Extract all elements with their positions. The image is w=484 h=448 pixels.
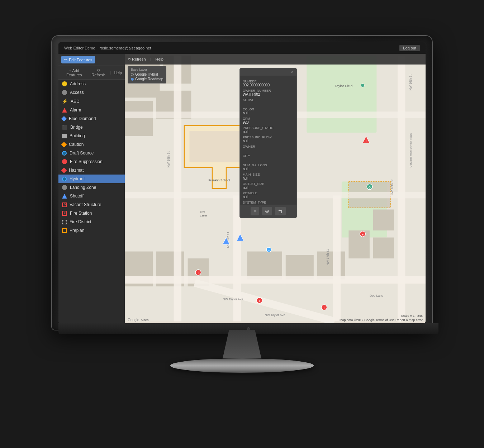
sidebar-item-label-address: Address xyxy=(70,81,86,86)
svg-text:+: + xyxy=(323,306,325,310)
popup-body: NUMBER 902.0000000000 OWNER_NUMBER WATH-… xyxy=(240,76,296,205)
logout-button[interactable]: Log out xyxy=(399,45,420,51)
svg-rect-21 xyxy=(125,276,426,283)
field-name-active: ACTIVE xyxy=(243,98,294,102)
sidebar-item-blue-diamond[interactable]: Blue Diamond xyxy=(58,114,125,123)
sidebar-item-landing-zone[interactable]: Landing Zone xyxy=(58,183,125,192)
svg-text:NW Taylor Ave: NW Taylor Ave xyxy=(265,313,285,317)
sidebar-item-label-fire-suppression: Fire Suppression xyxy=(70,159,103,164)
sidebar-item-aed[interactable]: ⚡ AED xyxy=(58,97,125,106)
layer-option-hybrid[interactable]: Google Hybrid xyxy=(131,72,163,76)
map-toolbar-btn-help[interactable]: Help xyxy=(155,57,163,61)
sidebar-item-hazmat[interactable]: Hazmat xyxy=(58,166,125,175)
popup-footer: ≡ ⊕ 🗑 xyxy=(240,205,296,218)
sidebar-item-hydrant[interactable]: Hydrant xyxy=(58,175,125,183)
sidebar-item-fire-district[interactable]: Fire District xyxy=(58,218,125,226)
field-name-gpm: GPM xyxy=(243,117,294,120)
popup-move-button[interactable]: ⊕ xyxy=(262,207,272,215)
popup-edit-button[interactable]: ≡ xyxy=(251,207,259,215)
sidebar-item-access[interactable]: Access xyxy=(58,88,125,97)
field-value-gpm: 920 xyxy=(243,120,294,124)
sidebar-item-label-alarm: Alarm xyxy=(70,108,81,113)
sidebar-item-label-landing-zone: Landing Zone xyxy=(70,185,96,190)
hydrant-icon xyxy=(62,177,67,181)
preplan-icon xyxy=(62,228,67,233)
layer-option-roadmap[interactable]: Google Roadmap xyxy=(131,77,163,81)
sidebar-item-label-hazmat: Hazmat xyxy=(69,168,84,173)
field-name-system-type: SYSTEM_TYPE xyxy=(243,201,294,204)
radio-hybrid xyxy=(131,73,134,76)
popup-delete-button[interactable]: 🗑 xyxy=(275,207,286,215)
user-email: rosie.semerad@alseageo.net xyxy=(100,46,151,50)
svg-text:NW 17th St: NW 17th St xyxy=(326,249,329,265)
top-bar-left: Web Editor Demo rosie.semerad@alseageo.n… xyxy=(64,46,399,50)
svg-text:Franklin School: Franklin School xyxy=(208,178,230,182)
svg-rect-19 xyxy=(333,196,340,321)
sidebar-item-address[interactable]: Address xyxy=(58,80,125,88)
sidebar-item-label-fire-district: Fire District xyxy=(70,219,91,224)
layer-label-hybrid: Google Hybrid xyxy=(135,72,158,76)
field-value-active xyxy=(243,102,294,106)
field-value-main-size: null xyxy=(243,176,294,180)
edit-features-button[interactable]: ✏ Edit Features xyxy=(61,56,95,63)
app-container: Web Editor Demo rosie.semerad@alseageo.n… xyxy=(58,42,426,323)
svg-text:Corvallis High School Track: Corvallis High School Track xyxy=(409,133,412,167)
sidebar-item-caution[interactable]: Caution xyxy=(58,140,125,149)
field-name-city: CITY xyxy=(243,154,294,158)
field-value-number: 902.0000000000 xyxy=(243,83,294,87)
camera-dot xyxy=(247,327,250,330)
sidebar-item-building[interactable]: Building xyxy=(58,132,125,140)
sidebar-item-vacant-structure[interactable]: ✕ Vacant Structure xyxy=(58,200,125,209)
monitor-stand-neck xyxy=(220,330,264,358)
refresh-button[interactable]: ↺ Refresh xyxy=(90,68,107,77)
svg-text:+: + xyxy=(362,233,364,237)
svg-text:+: + xyxy=(268,249,270,252)
help-button[interactable]: Help xyxy=(114,71,122,75)
map-toolbar-btn-refresh[interactable]: ↺ Refresh xyxy=(128,57,146,62)
fire-suppression-icon xyxy=(62,159,67,164)
sidebar-item-label-blue-diamond: Blue Diamond xyxy=(69,116,96,121)
monitor-bezel: Web Editor Demo rosie.semerad@alseageo.n… xyxy=(52,36,432,330)
field-name-main-size: MAIN_SIZE xyxy=(243,173,294,176)
pencil-icon: ✏ xyxy=(64,57,67,62)
sidebar-item-alarm[interactable]: Alarm xyxy=(58,106,125,114)
field-name-color: COLOR xyxy=(243,108,294,111)
sidebar-toolbar: ✏ Edit Features xyxy=(58,54,125,66)
map-area[interactable]: NW 19th St NW 18th St NW 17th St NW 16th… xyxy=(125,54,426,323)
add-features-button[interactable]: + Add Features xyxy=(61,68,87,77)
field-value-owner xyxy=(243,148,294,152)
svg-text:Center: Center xyxy=(200,214,208,217)
field-value-potable: null xyxy=(243,195,294,199)
sidebar-item-label-vacant-structure: Vacant Structure xyxy=(70,202,101,207)
field-value-pressure-static: null xyxy=(243,130,294,134)
popup-close-button[interactable]: × xyxy=(291,70,294,74)
field-value-outlet-size: null xyxy=(243,186,294,190)
svg-text:NW 16th St: NW 16th St xyxy=(409,74,412,90)
access-icon xyxy=(62,90,67,95)
sidebar-item-fire-suppression[interactable]: Fire Suppression xyxy=(58,157,125,166)
svg-text:Civic: Civic xyxy=(200,211,205,213)
field-value-num-gallons: null xyxy=(243,167,294,171)
edit-features-label: Edit Features xyxy=(69,58,92,62)
svg-text:+: + xyxy=(258,299,261,303)
fire-station-icon: F xyxy=(62,211,67,216)
sidebar-item-bridge[interactable]: ⬛ Bridge xyxy=(58,123,125,132)
feature-popup: × NUMBER 902.0000000000 OWNER_NUMBER WAT… xyxy=(239,68,297,218)
sidebar-item-label-aed: AED xyxy=(71,99,80,104)
sidebar-item-label-preplan: Preplan xyxy=(70,228,84,233)
monitor-stand-base xyxy=(170,358,314,373)
field-name-number: NUMBER xyxy=(243,80,294,83)
draft-source-icon xyxy=(62,151,67,156)
sidebar-item-label-shutoff: Shutoff xyxy=(70,194,84,199)
sidebar-item-fire-station[interactable]: F Fire Station xyxy=(58,209,125,218)
svg-text:NW 19th St: NW 19th St xyxy=(167,151,170,167)
app-title: Web Editor Demo xyxy=(64,46,95,50)
google-logo: Google Alsea xyxy=(128,318,149,322)
caution-icon xyxy=(61,142,67,147)
sidebar-item-shutoff[interactable]: Shutoff xyxy=(58,192,125,200)
sidebar-item-draft-source[interactable]: Draft Source xyxy=(58,149,125,157)
aed-icon: ⚡ xyxy=(62,99,68,104)
sidebar-item-preplan[interactable]: Preplan xyxy=(58,226,125,235)
alarm-icon xyxy=(62,108,67,113)
hazmat-icon xyxy=(61,167,67,173)
